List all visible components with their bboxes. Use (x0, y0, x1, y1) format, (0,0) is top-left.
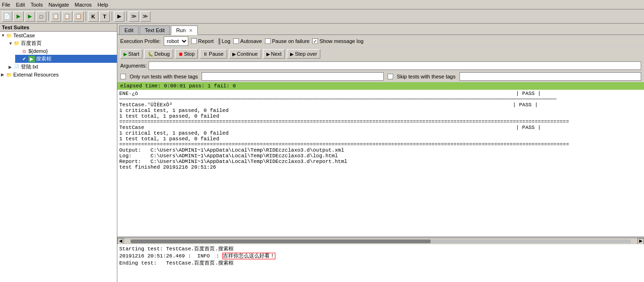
output-line: 1 critical test, 1 passed, 0 failed (119, 108, 642, 113)
toolbar-undo[interactable]: □ (36, 11, 46, 22)
scroll-thumb[interactable] (131, 239, 431, 243)
output-line: Output: C:\Users\ADMINI~1\AppData\Local\… (119, 147, 642, 153)
menu-bar: File Edit Tools Navigate Macros Help (0, 0, 644, 9)
next-label: Next (271, 51, 282, 57)
tab-edit[interactable]: Edit (119, 26, 139, 34)
toolbar-k[interactable]: K (88, 11, 98, 22)
output-log[interactable]: Starting test: TestCase.百度首页.搜索框20191216… (117, 244, 644, 282)
log-cb-group: ▐ Log (217, 38, 230, 44)
tab-edit-label: Edit (124, 27, 133, 33)
output-line: Report: C:\Users\ADMINI~1\AppData\Local\… (119, 159, 642, 164)
start-label: Start (128, 51, 139, 57)
continue-icon: ▶ (232, 51, 236, 57)
arguments-input[interactable] (149, 61, 641, 70)
scroll-track (131, 239, 631, 243)
progress-bar: elapsed time: 0:00:01 pass: 1 fail: 0 (117, 82, 644, 90)
toolbar-new[interactable]: 📄 (2, 11, 12, 22)
run-controls: ▶ Start 🐛 Debug ⏹ Stop ⏸ Pause ▶ Continu… (117, 48, 644, 60)
progress-text: elapsed time: 0:00:01 pass: 1 fail: 0 (120, 83, 236, 89)
pause-icon: ⏸ (203, 51, 208, 57)
skip-checkbox[interactable] (388, 74, 393, 79)
autosave-label: Autosave (240, 38, 262, 44)
toolbar-t[interactable]: T (99, 11, 110, 22)
stop-button[interactable]: ⏹ Stop (175, 49, 198, 59)
output-main[interactable]: ENE·¿ò | PASS |─────────────────────────… (117, 90, 644, 238)
log-label: Log (221, 38, 230, 44)
tree-item-login[interactable]: ▶ 📄 登陆.txt (8, 63, 117, 71)
tree-item-external[interactable]: ▶ 📁 External Resources (0, 71, 117, 78)
tab-text-edit[interactable]: Text Edit (140, 26, 170, 34)
main-layout: Test Suites ▼ 📁 TestCase ▼ 📁 百度首页 ⊙ ${de… (0, 24, 644, 282)
toolbar-save[interactable]: ▶ (25, 11, 35, 22)
tree-item-demo[interactable]: ⊙ ${demo} (15, 47, 117, 55)
start-icon: ▶ (124, 51, 127, 57)
folder-icon: 📁 (6, 32, 12, 39)
tree-label: 搜索框 (36, 55, 52, 62)
pause-checkbox[interactable] (265, 38, 271, 44)
report-checkbox[interactable] (191, 38, 197, 44)
step-over-label: Step over (295, 51, 317, 57)
toolbar-btn2[interactable]: 📋 (51, 11, 61, 22)
tab-run[interactable]: Run ✕ (171, 26, 198, 35)
toolbar-btn5[interactable]: ≫ (129, 11, 139, 22)
next-button[interactable]: ▶ Next (263, 49, 285, 59)
tree-item-baidu[interactable]: ▼ 📁 百度首页 (8, 39, 117, 47)
output-line: ========================================… (119, 142, 642, 147)
only-run-input[interactable] (202, 72, 383, 81)
tree-item-testcase[interactable]: ▼ 📁 TestCase (0, 32, 117, 39)
tags-row: Only run tests with these tags Skip test… (117, 71, 644, 82)
pause-button[interactable]: ⏸ Pause (200, 49, 227, 59)
report-label: Report (198, 38, 214, 44)
show-log-label: Show message log (319, 38, 363, 44)
skip-input[interactable] (459, 72, 641, 81)
menu-edit[interactable]: Edit (16, 2, 25, 8)
horizontal-scrollbar[interactable]: ◄ ► (117, 238, 644, 244)
menu-navigate[interactable]: Navigate (48, 2, 69, 8)
log-separator: ▐ (217, 38, 221, 44)
skip-label: Skip tests with these tags (397, 74, 456, 79)
show-log-checkbox[interactable] (312, 38, 318, 44)
output-line: ========================================… (119, 119, 642, 125)
next-icon: ▶ (266, 51, 270, 57)
log-line: 20191216 20:51:26.469 : INFO : 吉祥你怎么这么好看… (119, 252, 642, 259)
tree-item-search[interactable]: ✔ ▶ 搜索框 (15, 55, 117, 63)
toolbar-open[interactable]: ▶ (13, 11, 24, 22)
tree-label: 登陆.txt (21, 63, 38, 70)
debug-button[interactable]: 🐛 Debug (144, 49, 173, 59)
exec-profile-select[interactable]: robot (164, 36, 188, 46)
output-line: ────────────────────────────────────────… (119, 96, 642, 102)
file-icon: 📄 (13, 64, 20, 70)
arguments-row: Arguments: (117, 60, 644, 71)
scroll-right-btn[interactable]: ► (637, 238, 644, 245)
output-line: 1 test total, 1 passed, 0 failed (119, 113, 642, 119)
tab-run-close[interactable]: ✕ (189, 28, 193, 33)
toolbar-sep4 (126, 12, 127, 21)
continue-label: Continue (237, 51, 258, 57)
continue-button[interactable]: ▶ Continue (229, 49, 261, 59)
scroll-left-btn[interactable]: ◄ (117, 238, 124, 245)
menu-file[interactable]: File (2, 2, 10, 8)
tab-text-edit-label: Text Edit (145, 27, 165, 33)
panel-title: Test Suites (0, 24, 117, 32)
toolbar-btn4[interactable]: 📋 (73, 11, 84, 22)
output-line: TestCase | PASS | (119, 125, 642, 130)
pause-label: Pause on failure (272, 38, 310, 44)
menu-macros[interactable]: Macros (75, 2, 92, 8)
tree-label: ${demo} (28, 48, 48, 54)
report-cb-group: Report (191, 38, 214, 44)
start-button[interactable]: ▶ Start (120, 49, 142, 59)
exec-profile-label: Execution Profile: (120, 38, 161, 44)
expand-arrow: ▶ (1, 72, 6, 77)
only-run-checkbox[interactable] (120, 74, 126, 79)
toolbar-btn6[interactable]: ≫ (140, 11, 150, 22)
step-over-button[interactable]: ▶ Step over (287, 49, 320, 59)
output-line: 1 test total, 1 passed, 0 failed (119, 136, 642, 142)
autosave-cb-group: Autosave (233, 38, 262, 44)
toolbar-btn3[interactable]: 📋 (62, 11, 72, 22)
menu-help[interactable]: Help (97, 2, 108, 8)
menu-tools[interactable]: Tools (31, 2, 43, 8)
autosave-checkbox[interactable] (233, 38, 239, 44)
main-toolbar: 📄 ▶ ▶ □ 📋 📋 📋 K T ▶ ≫ ≫ (0, 9, 644, 24)
log-highlight: 吉祥你怎么这么好看！ (222, 253, 275, 259)
toolbar-play[interactable]: ▶ (114, 11, 124, 22)
